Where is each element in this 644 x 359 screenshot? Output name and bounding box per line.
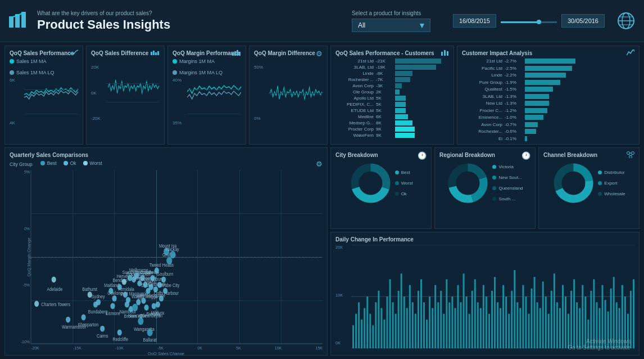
svg-point-36 bbox=[96, 299, 101, 306]
legend-dot-sales-lq bbox=[10, 70, 14, 75]
date-end[interactable]: 30/05/2016 bbox=[561, 14, 605, 28]
diff-grid-2 bbox=[106, 102, 160, 102]
svg-rect-230 bbox=[633, 279, 634, 348]
svg-rect-176 bbox=[480, 308, 482, 348]
svg-point-90 bbox=[152, 303, 156, 309]
impact-label: 3LAB, Ltd bbox=[462, 94, 502, 99]
cust-bar bbox=[395, 59, 441, 64]
legend-label-sales-lq: Sales 1M MA LQ bbox=[16, 70, 55, 75]
svg-rect-170 bbox=[463, 273, 465, 348]
daily-10k: 10K bbox=[335, 293, 351, 298]
date-start[interactable]: 16/08/2015 bbox=[453, 14, 496, 28]
svg-point-104 bbox=[163, 288, 167, 294]
globe-icon[interactable] bbox=[616, 11, 636, 31]
svg-rect-185 bbox=[505, 297, 507, 348]
qoq-margin-diff-card: QoQ Margin Difference ⚙ 50% 0% bbox=[249, 46, 328, 145]
svg-rect-205 bbox=[562, 285, 564, 348]
svg-text:Lismore: Lismore bbox=[106, 310, 120, 316]
cust-label: Linde bbox=[335, 71, 374, 76]
svg-point-119 bbox=[627, 152, 630, 155]
svg-rect-134 bbox=[361, 320, 362, 348]
main-content: QoQ Sales Performance Sales 1M MA Sales … bbox=[0, 42, 644, 359]
city-label-ok: Ok bbox=[395, 191, 413, 196]
impact-bar bbox=[525, 115, 543, 120]
customers-chart-icon bbox=[441, 50, 449, 58]
svg-rect-19 bbox=[444, 50, 446, 56]
impact-label: Pacific Ltd bbox=[462, 66, 502, 71]
impact-label: New Ltd bbox=[462, 101, 502, 106]
impact-pct: -2.5% bbox=[505, 66, 523, 71]
svg-rect-162 bbox=[440, 291, 442, 348]
svg-rect-201 bbox=[551, 291, 552, 348]
y-label-0pct: 0% bbox=[254, 116, 270, 121]
qoq-margin-perf-title: QoQ Margin Performance bbox=[173, 50, 241, 56]
svg-point-26 bbox=[52, 276, 56, 282]
impact-pct: -2.2% bbox=[505, 73, 523, 78]
customer-row-3lab: 3LAB, Ltd -19K bbox=[335, 65, 449, 70]
reg-label-queensland: Queensland bbox=[492, 186, 523, 191]
svg-rect-222 bbox=[610, 289, 612, 348]
svg-rect-140 bbox=[378, 291, 379, 348]
svg-rect-224 bbox=[616, 302, 618, 348]
impact-pct: -0.7% bbox=[505, 122, 523, 127]
customer-row-ole: Ole Group 2K bbox=[335, 89, 449, 95]
svg-rect-198 bbox=[542, 281, 544, 348]
cust-label: Apollo Ltd bbox=[335, 96, 374, 101]
svg-rect-8 bbox=[151, 52, 152, 55]
x-15k: 15K bbox=[316, 346, 323, 350]
svg-rect-210 bbox=[576, 302, 578, 348]
svg-rect-175 bbox=[477, 302, 479, 348]
daily-0k: 0K bbox=[335, 340, 351, 345]
svg-rect-203 bbox=[556, 302, 558, 348]
customer-row-linde: Linde -8K bbox=[335, 71, 449, 76]
dot-export bbox=[598, 181, 602, 185]
y-label-0k: 0K bbox=[91, 91, 108, 96]
best-label: Best bbox=[47, 160, 57, 166]
channel-donut-svg bbox=[552, 162, 595, 204]
svg-point-68 bbox=[136, 299, 140, 306]
cust-label: ETUDE Ltd bbox=[335, 108, 374, 113]
daily-y-labels: 20K 10K 0K bbox=[335, 245, 351, 348]
date-slider[interactable] bbox=[501, 21, 557, 23]
svg-text:Bundaberg: Bundaberg bbox=[88, 308, 108, 315]
svg-rect-164 bbox=[446, 279, 447, 348]
impact-row-rochester: Rochester... -0.6% bbox=[462, 129, 634, 134]
impact-bars: 21st Ltd -2.7% Pacific Ltd -2.5% Linde -… bbox=[462, 59, 634, 145]
filter-label: Select a product for insights bbox=[352, 10, 421, 16]
y-labels-margin-perf: 40% 35% bbox=[173, 78, 187, 125]
svg-rect-143 bbox=[386, 297, 388, 348]
svg-rect-180 bbox=[491, 291, 493, 348]
impact-row-ei: Ei -0.1% bbox=[462, 136, 634, 141]
svg-rect-187 bbox=[511, 291, 513, 348]
scatter-legend-best: Best bbox=[40, 160, 57, 166]
city-donut-labels: Best Worst Ok bbox=[395, 170, 413, 196]
label-ok: Ok bbox=[401, 191, 407, 196]
svg-rect-199 bbox=[545, 297, 547, 348]
city-clock-icon: 🕐 bbox=[418, 151, 427, 160]
x-5k: 5K bbox=[236, 346, 241, 350]
wrench-icon: ⚙ bbox=[316, 50, 323, 58]
cust-bar-track bbox=[395, 89, 449, 95]
impact-pct: -0.1% bbox=[505, 136, 523, 141]
cust-value: 5K bbox=[376, 102, 393, 107]
filter-select-wrapper[interactable]: All Product A Product B ▼ bbox=[352, 19, 430, 32]
margin-dot-1 bbox=[173, 59, 177, 64]
x-0k: 0K bbox=[197, 346, 202, 350]
product-select[interactable]: All Product A Product B bbox=[352, 19, 430, 32]
svg-rect-133 bbox=[358, 302, 360, 348]
impact-row-pure: Pure Group -1.9% bbox=[462, 80, 634, 85]
cust-bar bbox=[395, 77, 410, 82]
city-label-worst: Worst bbox=[395, 181, 413, 186]
queensland-label: Queensland bbox=[498, 186, 523, 191]
worst-label: Worst bbox=[90, 160, 102, 166]
qoq-margin-perf-card: QoQ Margin Performance Margins 1M MA Mar… bbox=[167, 46, 246, 145]
cust-bar-track bbox=[395, 120, 449, 125]
cust-label: PEDIFIX, C... bbox=[335, 102, 374, 107]
svg-rect-18 bbox=[441, 52, 443, 56]
product-filter[interactable]: Select a product for insights All Produc… bbox=[352, 10, 430, 32]
margin-legend-2: Margins 1M MA LQ bbox=[173, 70, 223, 75]
impact-pct: -1.2% bbox=[505, 108, 523, 113]
svg-rect-16 bbox=[239, 52, 241, 56]
svg-rect-207 bbox=[568, 314, 569, 348]
svg-rect-151 bbox=[409, 285, 411, 348]
